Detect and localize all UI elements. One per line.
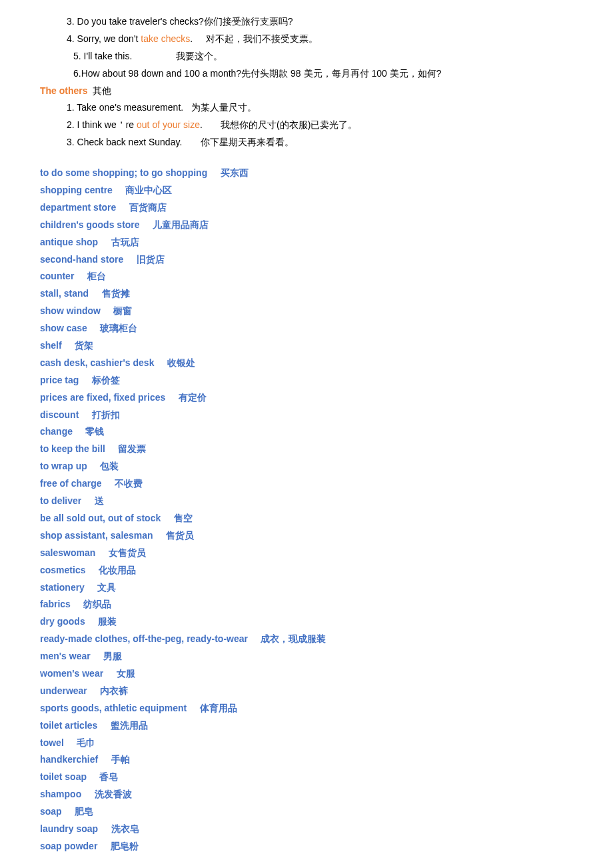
vocab-item: women's wear 女服: [40, 665, 573, 683]
vocab-item: underwear 内衣裤: [40, 683, 573, 700]
vocab-item: shelf 货架: [40, 337, 573, 355]
vocab-item: to keep the bill 留发票: [40, 441, 573, 458]
vocab-item: children's goods store 儿童用品商店: [40, 217, 573, 234]
sentence-line: 2. I think we＇re out of your size. 我想你的尺…: [40, 117, 573, 134]
vocab-item: saleswoman 女售货员: [40, 545, 573, 562]
vocab-item: to do some shopping; to go shopping 买东西: [40, 165, 573, 182]
vocab-item: to deliver 送: [40, 493, 573, 510]
vocab-item: soap 肥皂: [40, 803, 573, 821]
vocab-item: counter 柜台: [40, 268, 573, 285]
vocab-item: handkerchief 手帕: [40, 751, 573, 769]
vocab-item: shopping centre 商业中心区: [40, 182, 573, 199]
vocab-item: discount 打折扣: [40, 407, 573, 424]
vocab-item: price tag 标价签: [40, 372, 573, 389]
sentence-line: 4. Sorry, we don't take checks. 对不起，我们不接…: [40, 31, 573, 48]
vocab-item: to wrap up 包装: [40, 458, 573, 475]
vocab-item: shampoo 洗发香波: [40, 786, 573, 803]
vocab-item: sports goods, athletic equipment 体育用品: [40, 700, 573, 717]
vocab-item: stationery 文具: [40, 579, 573, 597]
vocab-item: fabrics 纺织品: [40, 596, 573, 613]
vocab-item: soap powder 肥皂粉: [40, 838, 573, 855]
highlight: take checks: [141, 33, 190, 44]
vocab-item: cosmetics 化妆用品: [40, 562, 573, 579]
vocab-item: second-hand store 旧货店: [40, 251, 573, 269]
vocab-item: prices are fixed, fixed prices 有定价: [40, 389, 573, 407]
vocab-item: be all sold out, out of stock 售空: [40, 510, 573, 527]
sentence-line: 1. Take one's measurement. 为某人量尺寸。: [40, 99, 573, 117]
vocab-item: show window 橱窗: [40, 303, 573, 320]
vocab-item: men's wear 男服: [40, 648, 573, 665]
section-header-en: The others: [40, 85, 88, 96]
section-header: The others 其他: [40, 83, 573, 100]
sentence-line: 3. Check back next Sunday. 你下星期天再来看看。: [40, 134, 573, 151]
vocab-item: toilet soap 香皂: [40, 769, 573, 786]
vocab-item: antique shop 古玩店: [40, 234, 573, 251]
vocab-item: show case 玻璃柜台: [40, 320, 573, 337]
vocab-item: change 零钱: [40, 423, 573, 441]
section-header-zh: 其他: [88, 85, 112, 96]
vocab-item: dry goods 服装: [40, 613, 573, 631]
highlight: out of your size: [137, 119, 200, 130]
vocab-item: ready-made clothes, off-the-peg, ready-t…: [40, 631, 573, 648]
vocab-item: department store 百货商店: [40, 199, 573, 217]
others-list: 1. Take one's measurement. 为某人量尺寸。2. I t…: [40, 99, 573, 151]
vocab-item: towel 毛巾: [40, 735, 573, 752]
vocab-item: stall, stand 售货摊: [40, 285, 573, 303]
vocab-item: shop assistant, salesman 售货员: [40, 527, 573, 545]
vocab-list: to do some shopping; to go shopping 买东西s…: [40, 165, 573, 855]
vocab-item: laundry soap 洗衣皂: [40, 821, 573, 838]
sentence-list: 3. Do you take traveler's checks?你们接受旅行支…: [40, 13, 573, 83]
vocab-item: cash desk, cashier's desk 收银处: [40, 355, 573, 372]
vocab-item: free of charge 不收费: [40, 475, 573, 493]
sentence-line: 3. Do you take traveler's checks?你们接受旅行支…: [40, 13, 573, 31]
sentence-line: 6.How about 98 down and 100 a month?先付头期…: [40, 65, 573, 83]
vocab-item: toilet articles 盥洗用品: [40, 717, 573, 735]
sentence-line: 5. I'll take this. 我要这个。: [40, 48, 573, 65]
